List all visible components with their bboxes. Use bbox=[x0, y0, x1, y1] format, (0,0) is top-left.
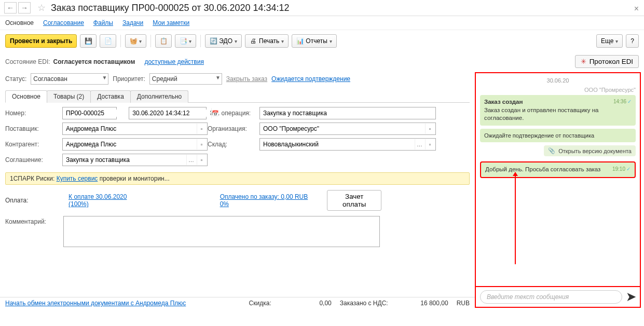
reports-button[interactable]: 📊Отчеты▾ bbox=[292, 34, 336, 48]
start-exchange-link[interactable]: Начать обмен электронными документами с … bbox=[5, 300, 186, 307]
discount-value: 0,00 bbox=[280, 300, 332, 307]
tab-extra[interactable]: Дополнительно bbox=[130, 90, 188, 103]
number-label: Номер: bbox=[5, 110, 62, 117]
spark-prefix: 1СПАРК Риски: bbox=[10, 175, 54, 182]
edo-button[interactable]: 🔄ЭДО▾ bbox=[205, 34, 242, 48]
back-button[interactable]: ← bbox=[4, 2, 17, 13]
open-icon[interactable]: ▫ bbox=[425, 139, 434, 150]
check-icon: ✓ bbox=[626, 166, 631, 172]
counter-field[interactable]: ▫ bbox=[62, 138, 208, 151]
open-icon[interactable]: ▫ bbox=[197, 139, 206, 150]
spark-risks-row: 1СПАРК Риски: Купить сервис проверки и м… bbox=[5, 172, 470, 185]
chat-input-bar: Введите текст сообщения ➤ bbox=[475, 286, 641, 308]
operation-field[interactable] bbox=[259, 107, 436, 119]
paid-link[interactable]: Оплачено по заказу: 0,00 RUB 0% bbox=[220, 193, 317, 208]
chat-message-3: Добрый день. Просьба согласовать заказ 1… bbox=[480, 161, 636, 178]
spark-suffix: проверки и мониторин... bbox=[100, 175, 170, 182]
chat-company: ООО "Промресурс" bbox=[480, 87, 636, 93]
subnav-files[interactable]: Файлы bbox=[93, 19, 113, 26]
check-icon: ✓ bbox=[627, 99, 632, 104]
doc-button[interactable]: 📋 bbox=[155, 34, 172, 48]
form-grid: Номер: от: 📅 Хоз. операция: Поставщик: ▫… bbox=[5, 103, 470, 170]
offset-payment-button[interactable]: Зачет оплаты bbox=[327, 190, 381, 211]
close-icon[interactable]: × bbox=[634, 4, 639, 13]
ordered-label: Заказано с НДС: bbox=[340, 300, 388, 307]
agreement-label: Соглашение: bbox=[5, 156, 62, 164]
favorite-icon[interactable]: ☆ bbox=[35, 2, 48, 13]
post-button[interactable]: 📄 bbox=[100, 34, 116, 48]
footer: Начать обмен электронными документами с … bbox=[0, 297, 475, 309]
tab-delivery[interactable]: Доставка bbox=[90, 90, 131, 103]
comment-label: Комментарий: bbox=[5, 218, 59, 225]
tab-main[interactable]: Основное bbox=[5, 90, 47, 103]
close-order-link[interactable]: Закрыть заказ bbox=[226, 75, 267, 83]
spark-buy-link[interactable]: Купить сервис bbox=[57, 175, 98, 182]
open-version-row: 📎 Открыть версию документа bbox=[480, 145, 636, 156]
tab-goods[interactable]: Товары (2) bbox=[47, 90, 91, 103]
forward-button[interactable]: → bbox=[18, 2, 31, 13]
basket-icon: 🧺 bbox=[130, 37, 137, 45]
toolbar: Провести и закрыть 💾 📄 🧺▾ 📋 📑▾ 🔄ЭДО▾ 🖨Пе… bbox=[0, 30, 644, 52]
warehouse-field[interactable]: …▫ bbox=[259, 138, 436, 151]
calendar-icon[interactable]: 📅 bbox=[211, 108, 219, 118]
create-based-button[interactable]: 📑▾ bbox=[175, 34, 196, 48]
edo-icon: 🔄 bbox=[210, 37, 217, 45]
send-icon[interactable]: ➤ bbox=[626, 290, 636, 304]
edi-value: Согласуется поставщиком bbox=[53, 58, 135, 65]
chat-pane: 30.06.20 ООО "Промресурс" Заказ создан З… bbox=[475, 72, 641, 308]
date-field[interactable]: 📅 bbox=[129, 107, 207, 119]
subnav: Основное Согласование Файлы Задачи Мои з… bbox=[0, 16, 644, 30]
open-icon[interactable]: ▫ bbox=[425, 124, 434, 134]
save-icon: 💾 bbox=[85, 37, 92, 45]
payment-link[interactable]: К оплате 30.06.2020 (100%) bbox=[68, 193, 147, 208]
chevron-down-icon: ▼ bbox=[215, 75, 221, 80]
number-field[interactable] bbox=[62, 107, 117, 119]
org-label: Организация: bbox=[208, 125, 259, 132]
subnav-main[interactable]: Основное bbox=[5, 19, 34, 26]
agreement-field[interactable]: …▫ bbox=[62, 154, 208, 166]
protocol-edi-button[interactable]: ✳ Протокол EDI bbox=[575, 55, 639, 68]
edi-actions-link[interactable]: доступные действия bbox=[144, 58, 204, 65]
report-icon: 📊 bbox=[296, 37, 304, 45]
supplier-label: Поставщик: bbox=[5, 125, 62, 132]
chat-message-1: Заказ создан Заказ создан и отправлен по… bbox=[480, 95, 636, 126]
open-icon[interactable]: ▫ bbox=[197, 155, 206, 165]
doc-icon: 📋 bbox=[160, 37, 167, 45]
ordered-value: 16 800,00 bbox=[396, 300, 448, 307]
basket-button[interactable]: 🧺▾ bbox=[125, 34, 146, 48]
post-and-close-button[interactable]: Провести и закрыть bbox=[5, 34, 77, 48]
status-select[interactable]: Согласован ▼ bbox=[31, 73, 108, 85]
edi-label: Состояние EDI: bbox=[5, 58, 50, 65]
ellipsis-icon[interactable]: … bbox=[186, 155, 196, 165]
ellipsis-icon[interactable]: … bbox=[415, 139, 424, 150]
counter-label: Контрагент: bbox=[5, 141, 62, 148]
separator bbox=[120, 35, 121, 47]
print-button[interactable]: 🖨Печать▾ bbox=[245, 34, 289, 48]
page-title: Заказ поставщику ПР00-000025 от 30.06.20… bbox=[51, 3, 290, 13]
clip-icon: 📎 bbox=[548, 147, 555, 154]
link-doc-icon: 📑 bbox=[180, 37, 187, 45]
open-icon[interactable]: ▫ bbox=[197, 124, 206, 134]
status-label: Статус: bbox=[5, 75, 26, 83]
discount-label: Скидка: bbox=[249, 300, 271, 307]
open-version-link[interactable]: 📎 Открыть версию документа bbox=[544, 145, 636, 156]
subnav-notes[interactable]: Мои заметки bbox=[153, 19, 189, 26]
awaiting-link[interactable]: Ожидается подтверждение bbox=[271, 75, 350, 83]
edi-row: Состояние EDI: Согласуется поставщиком д… bbox=[0, 52, 644, 71]
payment-label: Оплата: bbox=[5, 197, 58, 204]
warehouse-label: Склад: bbox=[208, 141, 259, 148]
tabs: Основное Товары (2) Доставка Дополнитель… bbox=[5, 90, 470, 103]
org-field[interactable]: ▫ bbox=[259, 123, 436, 135]
priority-select[interactable]: Средний ▼ bbox=[149, 73, 222, 85]
chevron-down-icon: ▼ bbox=[102, 75, 107, 80]
supplier-field[interactable]: ▫ bbox=[62, 123, 208, 135]
chat-message-2: Ожидайте подтверждение от поставщика bbox=[480, 129, 636, 143]
comment-field[interactable] bbox=[63, 216, 380, 247]
subnav-tasks[interactable]: Задачи bbox=[122, 19, 143, 26]
chat-input[interactable]: Введите текст сообщения bbox=[480, 290, 622, 304]
status-row: Статус: Согласован ▼ Приоритет: Средний … bbox=[5, 71, 470, 87]
subnav-approval[interactable]: Согласование bbox=[43, 19, 84, 26]
more-button[interactable]: Еще▾ bbox=[596, 34, 623, 48]
save-button[interactable]: 💾 bbox=[80, 34, 97, 48]
help-button[interactable]: ? bbox=[626, 34, 639, 48]
